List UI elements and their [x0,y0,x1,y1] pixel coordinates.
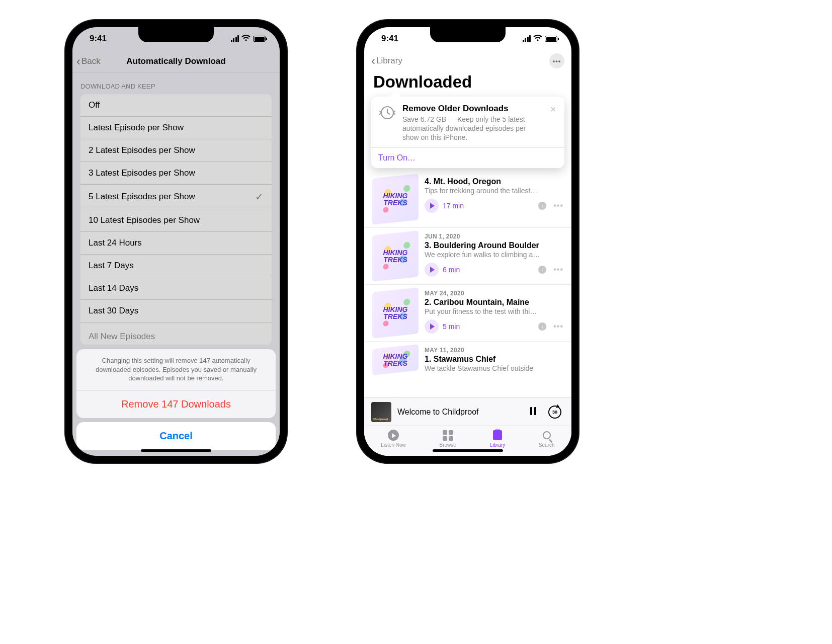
sheet-message: Changing this setting will remove 147 au… [76,349,276,390]
home-indicator[interactable] [433,449,503,452]
phone-left: 9:41 ‹ Back Automatically Download DOWNL… [65,20,287,463]
tab-listen-now[interactable]: Listen Now [381,429,405,448]
play-button[interactable] [425,319,439,334]
option-row[interactable]: All New Episodes [80,323,272,345]
downloaded-icon: ↓ [538,266,546,274]
skip-forward-30-button[interactable]: 30 [545,406,564,419]
option-row-selected[interactable]: 5 Latest Episodes per Show ✓ [80,185,272,209]
back-label: Back [81,56,101,66]
browse-icon [443,430,453,441]
tab-browse[interactable]: Browse [440,429,456,448]
back-button[interactable]: ‹ Library [371,55,402,67]
episode-row[interactable]: HIKING TREKS MAY 24, 2020 2. Caribou Mou… [364,285,571,342]
episode-date: MAY 11, 2020 [425,347,563,354]
downloaded-icon: ↓ [538,202,546,210]
play-icon [430,267,435,273]
now-playing-artwork: Childproof [371,402,391,422]
downloaded-icon: ↓ [538,323,546,331]
episode-duration: 17 min [443,202,464,210]
episode-date: MAY 24, 2020 [425,290,563,297]
pause-button[interactable] [527,406,539,418]
tip-card: Remove Older Downloads Save 6.72 GB — Ke… [371,97,564,168]
episode-more-button[interactable]: ••• [553,201,563,210]
option-label: Off [89,100,100,110]
wifi-icon [241,34,251,44]
checkmark-icon: ✓ [255,191,264,203]
play-icon [430,324,435,330]
option-row[interactable]: Last 14 Days [80,277,272,300]
nav-title: Automatically Download [72,56,280,66]
podcast-artwork: HIKING TREKS [372,344,419,375]
option-label: All New Episodes [89,332,155,342]
episodes-list[interactable]: HIKING TREKS 4. Mt. Hood, Oregon Tips fo… [364,168,571,373]
back-button[interactable]: ‹ Back [76,55,101,67]
tab-label: Search [539,442,555,448]
podcast-artwork: HIKING TREKS [372,287,419,339]
option-row[interactable]: Last 7 Days [80,255,272,277]
option-row[interactable]: Latest Episode per Show [80,117,272,139]
option-label: 2 Latest Episodes per Show [89,145,195,155]
tab-label: Listen Now [381,442,405,448]
options-list: Off Latest Episode per Show 2 Latest Epi… [80,94,272,345]
option-label: Last 14 Days [89,283,138,293]
option-label: Last 24 Hours [89,238,142,248]
cellular-icon [523,35,531,42]
tab-label: Browse [440,442,456,448]
tab-library[interactable]: Library [490,429,506,448]
option-label: Latest Episode per Show [89,123,184,133]
notch [430,27,506,42]
notch [138,27,214,42]
option-row[interactable]: 10 Latest Episodes per Show [80,209,272,232]
episode-row[interactable]: HIKING TREKS MAY 11, 2020 1. Stawamus Ch… [364,342,571,373]
nav-bar: ‹ Back Automatically Download [72,50,280,72]
option-label: Last 30 Days [89,306,138,316]
status-time: 9:41 [381,34,398,44]
tip-title: Remove Older Downloads [402,104,543,114]
option-label: Last 7 Days [89,261,134,271]
status-time: 9:41 [90,34,107,44]
episode-title: 2. Caribou Mountain, Maine [425,298,563,307]
search-icon [543,431,551,439]
ellipsis-icon: ••• [553,57,561,65]
episode-row[interactable]: HIKING TREKS JUN 1, 2020 3. Bouldering A… [364,228,571,285]
more-button[interactable]: ••• [549,53,564,68]
episode-more-button[interactable]: ••• [553,265,563,274]
library-icon [493,430,502,440]
tip-action-button[interactable]: Turn On… [371,147,564,168]
episode-duration: 6 min [443,266,460,274]
tip-close-button[interactable]: ✕ [549,104,557,142]
back-label: Library [376,56,402,66]
option-row[interactable]: 3 Latest Episodes per Show [80,162,272,185]
episode-more-button[interactable]: ••• [553,322,563,331]
nav-bar: ‹ Library ••• [364,50,571,71]
close-icon: ✕ [550,105,556,114]
tab-search[interactable]: Search [539,429,555,448]
episode-date: JUN 1, 2020 [425,233,563,240]
play-button[interactable] [425,199,439,213]
episode-title: 3. Bouldering Around Boulder [425,241,563,250]
cancel-button[interactable]: Cancel [76,422,276,450]
play-icon [430,203,435,209]
episode-duration: 5 min [443,323,460,331]
phone-right: 9:41 ‹ Library ••• Downloaded [357,20,578,463]
podcast-artwork: HIKING TREKS [372,174,419,225]
option-row[interactable]: 2 Latest Episodes per Show [80,139,272,162]
remove-downloads-button[interactable]: Remove 147 Downloads [76,390,276,418]
chevron-left-icon: ‹ [76,55,80,67]
now-playing-title: Welcome to Childproof [397,408,521,417]
now-playing-bar[interactable]: Childproof Welcome to Childproof 30 [364,397,571,426]
chevron-left-icon: ‹ [371,55,375,67]
option-row[interactable]: Last 30 Days [80,300,272,323]
option-label: 3 Latest Episodes per Show [89,168,195,178]
episode-description: We tackle Stawamus Chief outside [425,364,563,372]
episode-description: We explore fun walks to climbing a… [425,251,563,259]
home-indicator[interactable] [141,449,211,452]
option-row[interactable]: Off [80,94,272,117]
play-button[interactable] [425,263,439,277]
episode-title: 1. Stawamus Chief [425,355,563,364]
option-row[interactable]: Last 24 Hours [80,232,272,255]
skip-30-icon: 30 [548,406,561,419]
episode-description: Tips for trekking around the tallest… [425,187,563,195]
wifi-icon [533,34,542,44]
episode-row[interactable]: HIKING TREKS 4. Mt. Hood, Oregon Tips fo… [364,171,571,228]
